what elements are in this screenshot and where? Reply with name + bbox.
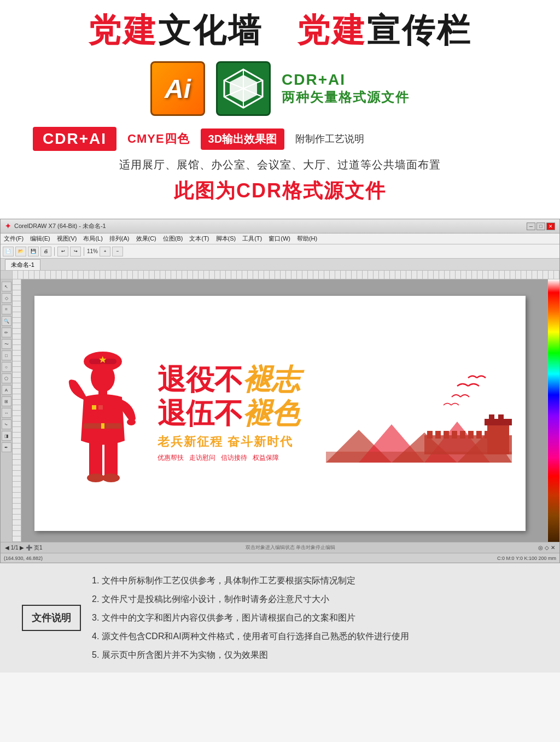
cdr-titlebar: ✦ CorelDRAW X7 (64-Bit) - 未命名-1 ─ □ ✕	[1, 219, 559, 233]
svg-rect-32	[476, 431, 482, 439]
svg-rect-30	[460, 431, 465, 439]
tool-freehand[interactable]: ✏	[2, 328, 11, 337]
toolbar-zoom-in[interactable]: +	[100, 247, 110, 256]
cdr-toolpanel: ↖ ◇ ⌗ 🔍 ✏ 〜 □ ○ ⬠ A ⊞ ↔ ⤷ ◨ ✒	[1, 279, 13, 542]
tool-text[interactable]: A	[2, 385, 11, 395]
close-button[interactable]: ✕	[546, 223, 555, 230]
svg-rect-31	[468, 431, 474, 439]
cdr-color-panel	[547, 279, 559, 542]
format-line1: CDR+AI	[282, 71, 410, 89]
svg-point-14	[87, 474, 104, 482]
info-item-1: 1. 文件中所标制作工艺仅供参考，具体制作工艺要根据实际情况制定	[92, 574, 538, 587]
svg-rect-17	[101, 423, 104, 429]
tool-rect[interactable]: □	[2, 350, 11, 360]
maximize-button[interactable]: □	[536, 223, 545, 230]
svg-rect-39	[498, 414, 504, 421]
tool-ellipse[interactable]: ○	[2, 362, 11, 372]
format-line2: 两种矢量格式源文件	[282, 89, 410, 106]
tag-4: 权益保障	[253, 453, 279, 463]
ai-icon: Ai	[150, 61, 205, 116]
toolbar-separator2	[84, 247, 84, 256]
menu-text[interactable]: 文本(T)	[189, 235, 209, 243]
menu-edit[interactable]: 编辑(E)	[30, 235, 50, 243]
cdr-format-title: 此图为CDR格式源文件	[22, 178, 538, 205]
toolbar-save[interactable]: 💾	[28, 247, 39, 256]
info-item-3: 3. 文件中的文字和图片内容仅供参考，图片请根据自己的文案和图片	[92, 611, 538, 624]
cdr-icon	[216, 61, 271, 116]
toolbar-zoom-out[interactable]: −	[112, 247, 123, 256]
svg-rect-29	[452, 431, 457, 439]
cdr-statusbar: (164.930, 46.882) C:0 M:0 Y:0 K:100 200 …	[1, 553, 559, 563]
title-dangJian2: 党建	[297, 12, 367, 49]
top-section: 党建文化墙 党建宣传栏 Ai CDR+AI 两种矢量格式源文件 CDR+AI C…	[0, 0, 560, 219]
main-title: 党建文化墙 党建宣传栏	[22, 11, 538, 50]
toolbar-new[interactable]: 📄	[3, 247, 14, 256]
tool-fill[interactable]: ◨	[2, 431, 11, 441]
menu-window[interactable]: 窗口(W)	[269, 235, 290, 243]
badge-cmyk: CMYE四色	[127, 131, 190, 147]
svg-rect-36	[487, 422, 509, 454]
info-list: 1. 文件中所标制作工艺仅供参考，具体制作工艺要根据实际情况制定 2. 文件尺寸…	[92, 574, 538, 662]
menu-help[interactable]: 帮助(H)	[297, 235, 317, 243]
tag-1: 优惠帮扶	[158, 453, 184, 463]
badge-cdr: CDR+AI	[33, 127, 116, 151]
menu-script[interactable]: 脚本(S)	[216, 235, 236, 243]
format-text: CDR+AI 两种矢量格式源文件	[282, 71, 410, 106]
tool-crop[interactable]: ⌗	[2, 305, 11, 314]
color-values: C:0 M:0 Y:0 K:100 200 mm	[497, 556, 556, 561]
app-icon: ✦	[5, 222, 11, 230]
tab-bar: 未命名-1	[1, 259, 559, 271]
tool-polygon[interactable]: ⬠	[2, 373, 11, 383]
ruler-vertical	[13, 279, 21, 542]
menu-arrange[interactable]: 排列(A)	[109, 235, 130, 243]
format-row: Ai CDR+AI 两种矢量格式源文件	[22, 61, 538, 116]
design-line1-red: 退役不	[158, 364, 243, 395]
page-nav: ◀ 1/1 ▶ ➕ 页1	[5, 544, 43, 552]
svg-rect-27	[435, 431, 441, 439]
svg-rect-28	[444, 431, 449, 439]
toolbar-undo[interactable]: ↩	[57, 247, 68, 256]
toolbar-redo[interactable]: ↪	[70, 247, 81, 256]
toolbar-separator	[54, 247, 55, 256]
svg-rect-12	[89, 440, 102, 478]
badge-3d: 3D输出效果图	[201, 128, 285, 150]
info-item-5: 5. 展示页中所含图片并不为实物，仅为效果图	[92, 648, 538, 662]
ruler-row	[1, 271, 559, 279]
design-text-area: 退役不褪志 退伍不褪色 老兵新征程 奋斗新时代 优惠帮扶 走访慰问 信访接待 权…	[147, 364, 501, 462]
info-section: 文件说明 1. 文件中所标制作工艺仅供参考，具体制作工艺要根据实际情况制定 2.…	[0, 563, 560, 673]
status-message: 双击对象进入编辑状态 单击对象停止编辑	[48, 544, 533, 551]
toolbar-open[interactable]: 📂	[15, 247, 26, 256]
tool-select[interactable]: ↖	[2, 282, 11, 291]
window-buttons: ─ □ ✕	[527, 223, 555, 230]
tool-table[interactable]: ⊞	[2, 396, 11, 406]
design-content: 退役不褪志 退伍不褪色 老兵新征程 奋斗新时代 优惠帮扶 走访慰问 信访接待 权…	[34, 296, 526, 531]
cdr-body: ↖ ◇ ⌗ 🔍 ✏ 〜 □ ○ ⬠ A ⊞ ↔ ⤷ ◨ ✒	[1, 279, 559, 542]
title-xuanChuanLan: 宣传栏	[367, 12, 472, 49]
design-inner: 退役不褪志 退伍不褪色 老兵新征程 奋斗新时代 优惠帮扶 走访慰问 信访接待 权…	[59, 313, 501, 513]
soldier-silhouette	[59, 342, 147, 484]
menu-bitmap[interactable]: 位图(B)	[163, 235, 183, 243]
tool-connector[interactable]: ⤷	[2, 419, 11, 429]
svg-rect-38	[489, 414, 494, 421]
scenery-area	[326, 408, 512, 463]
document-tab[interactable]: 未命名-1	[5, 259, 40, 270]
info-item-2: 2. 文件尺寸是投稿比例缩小设计，制作时请务必注意尺寸大小	[92, 593, 538, 606]
design-line2-red: 退伍不	[158, 398, 243, 429]
tool-zoom[interactable]: 🔍	[2, 316, 11, 326]
menu-view[interactable]: 视图(V)	[57, 235, 77, 243]
canvas-white: 退役不褪志 退伍不褪色 老兵新征程 奋斗新时代 优惠帮扶 走访慰问 信访接待 权…	[34, 296, 526, 531]
menu-tools[interactable]: 工具(T)	[242, 235, 262, 243]
tool-outline[interactable]: ✒	[2, 442, 11, 452]
tool-smart[interactable]: 〜	[2, 339, 11, 349]
minimize-button[interactable]: ─	[527, 223, 535, 230]
cdr-window: ✦ CorelDRAW X7 (64-Bit) - 未命名-1 ─ □ ✕ 文件…	[0, 219, 560, 563]
info-item-4: 4. 源文件包含CDR和AI两种文件格式，使用者可自行选择自己熟悉的软件进行使用	[92, 630, 538, 643]
cdr-bottom-panel: ◀ 1/1 ▶ ➕ 页1 双击对象进入编辑状态 单击对象停止编辑 ◎ ◇ ✕	[1, 542, 559, 553]
cdr-canvas: 退役不褪志 退伍不褪色 老兵新征程 奋斗新时代 优惠帮扶 走访慰问 信访接待 权…	[13, 279, 547, 542]
tool-shape[interactable]: ◇	[2, 293, 11, 303]
menu-layout[interactable]: 布局(L)	[83, 235, 102, 243]
menu-file[interactable]: 文件(F)	[4, 235, 24, 243]
menu-effects[interactable]: 效果(C)	[136, 235, 156, 243]
toolbar-print[interactable]: 🖨	[40, 247, 51, 256]
tool-dimension[interactable]: ↔	[2, 408, 11, 418]
